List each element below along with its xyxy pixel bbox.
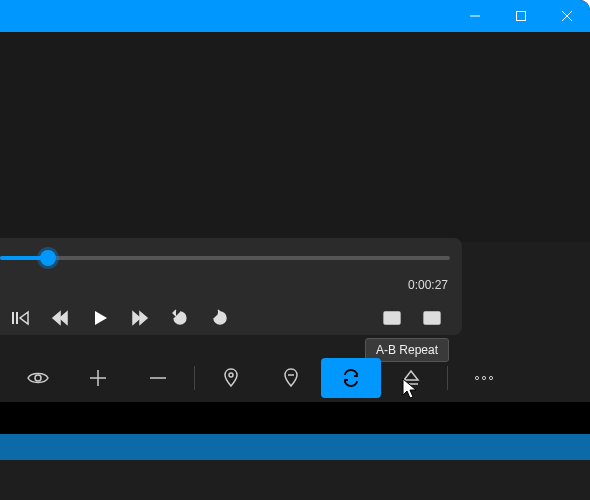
pin-minus-icon	[283, 368, 299, 388]
minimize-button[interactable]	[452, 0, 498, 32]
plus-icon	[89, 369, 107, 387]
replay-button[interactable]	[200, 298, 240, 338]
svg-point-10	[35, 375, 41, 381]
svg-point-19	[489, 376, 492, 379]
skip-back-button[interactable]	[0, 298, 40, 338]
svg-rect-5	[16, 312, 18, 324]
svg-point-18	[482, 376, 485, 379]
forward-icon	[131, 309, 149, 327]
app-window: 0:00:27 30	[0, 0, 590, 500]
add-button[interactable]	[68, 358, 128, 398]
eject-button[interactable]	[381, 358, 441, 398]
svg-point-14	[229, 373, 233, 377]
toolbar-separator	[194, 366, 195, 390]
svg-rect-4	[12, 312, 14, 324]
visibility-button[interactable]	[8, 358, 68, 398]
rewind-button[interactable]	[40, 298, 80, 338]
more-icon	[474, 375, 494, 381]
svg-point-17	[475, 376, 478, 379]
fullscreen-button[interactable]	[412, 298, 452, 338]
more-button[interactable]	[454, 358, 514, 398]
video-area	[0, 32, 590, 242]
secondary-toolbar	[0, 354, 590, 402]
pin-icon	[223, 368, 239, 388]
marker-set-button[interactable]	[201, 358, 261, 398]
back30-button[interactable]: 30	[160, 298, 200, 338]
eject-icon	[402, 370, 420, 386]
svg-text:30: 30	[176, 317, 183, 323]
timeline-track-1[interactable]	[0, 402, 590, 434]
pip-icon	[383, 311, 401, 325]
close-icon	[561, 10, 573, 22]
timeline-track-2[interactable]	[0, 434, 590, 460]
repeat-icon	[341, 369, 361, 387]
time-row: 0:00:27	[0, 278, 462, 298]
minimize-icon	[469, 10, 481, 22]
replay-icon	[211, 309, 229, 327]
toolbar-separator-2	[447, 366, 448, 390]
time-total: 0:00:27	[408, 278, 448, 292]
seek-track	[0, 256, 450, 260]
title-bar	[0, 0, 590, 32]
skip-back-icon	[11, 309, 29, 327]
pip-button[interactable]	[372, 298, 412, 338]
seek-bar[interactable]	[0, 238, 462, 278]
play-button[interactable]	[80, 298, 120, 338]
back30-icon: 30	[170, 309, 190, 327]
svg-rect-1	[517, 12, 526, 21]
svg-rect-8	[392, 317, 399, 322]
close-button[interactable]	[544, 0, 590, 32]
seek-thumb[interactable]	[40, 250, 56, 266]
remove-button[interactable]	[128, 358, 188, 398]
ab-repeat-button[interactable]	[321, 358, 381, 398]
rewind-icon	[51, 309, 69, 327]
forward-button[interactable]	[120, 298, 160, 338]
player-controls: 30	[0, 298, 462, 338]
marker-clear-button[interactable]	[261, 358, 321, 398]
fullscreen-icon	[423, 311, 441, 325]
player-panel: 0:00:27 30	[0, 238, 462, 335]
timeline[interactable]	[0, 402, 590, 500]
eye-icon	[27, 370, 49, 386]
maximize-icon	[515, 10, 527, 22]
maximize-button[interactable]	[498, 0, 544, 32]
minus-icon	[149, 369, 167, 387]
play-icon	[91, 309, 109, 327]
